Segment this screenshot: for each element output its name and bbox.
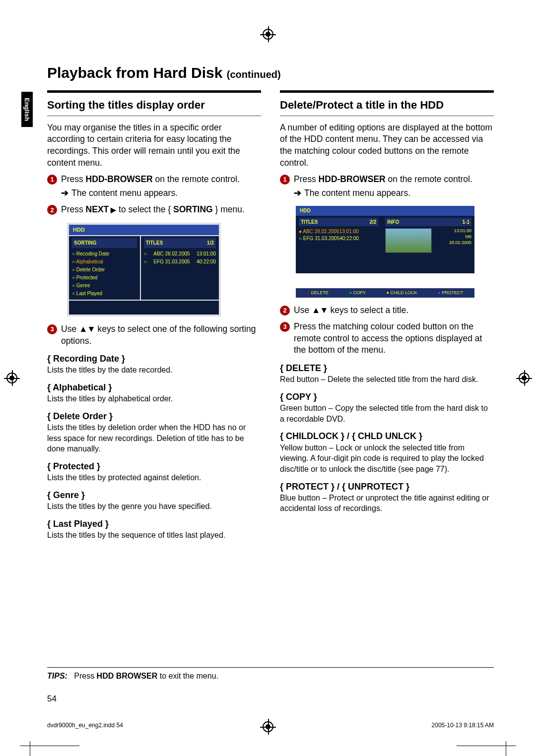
step-2: 2 Press NEXT to select the { SORTING } m… <box>47 204 261 216</box>
option-desc: Green button – Copy the selected title f… <box>280 403 494 424</box>
option-desc: Lists the titles by protected against de… <box>47 472 261 483</box>
step-1: 1 Press HDD-BROWSER on the remote contro… <box>47 174 261 186</box>
crop-mark-icon <box>517 371 531 385</box>
sort-option: Delete Order <box>72 266 137 274</box>
result-text: The content menu appears. <box>71 188 178 199</box>
tips-text: to exit the menu. <box>157 672 218 680</box>
option-title: Recording Date <box>53 354 119 364</box>
info-duration: 13:01:00 <box>434 228 471 234</box>
right-column: Delete/Protect a title in the HDD A numb… <box>280 90 494 541</box>
option-desc: Lists the titles by deletion order when … <box>47 422 261 454</box>
sort-option-selected: Alphabetical <box>72 258 137 266</box>
option-desc: Lists the titles by the sequence of titl… <box>47 530 261 541</box>
step-text: on the remote control. <box>386 174 472 184</box>
option-block: { Recording Date } Lists the titles by t… <box>47 353 261 376</box>
step-number-icon: 3 <box>47 324 57 334</box>
trim-line <box>20 746 79 746</box>
step-text: to select the { <box>116 204 173 214</box>
option-title: COPY <box>286 392 311 402</box>
info-channel: M6 <box>434 234 471 240</box>
menu-screenshot-delete: HDD TITLES2/2 ● ABC 28.02.200513:01:00 ○… <box>296 206 474 297</box>
option-block: { DELETE } Red button – Delete the selec… <box>280 362 494 385</box>
option-block: { CHILDLOCK } / { CHLD UNLCK } Yellow bu… <box>280 430 494 474</box>
pane-title: SORTING <box>74 239 97 247</box>
option-block: { Delete Order } Lists the titles by del… <box>47 410 261 454</box>
option-title: Genre <box>53 490 79 500</box>
title-time: 40:22:00 <box>197 258 216 266</box>
sort-option: Recoding Date <box>72 250 137 258</box>
page-content: English Playback from Hard Disk (continu… <box>47 64 494 682</box>
title-row: EFG 31.03.2005 <box>153 258 190 266</box>
option-title: Delete Order <box>53 411 107 421</box>
title-row: ABC 28.02.2005 <box>153 250 190 258</box>
section-heading: Sorting the titles display order <box>47 90 261 116</box>
option-title: PROTECT } / { UNPROTECT <box>286 482 403 492</box>
option-block: { Genre } Lists the titles by the genre … <box>47 489 261 512</box>
step-number-icon: 2 <box>280 306 290 315</box>
option-desc: Blue button – Protect or unprotect the t… <box>280 493 494 514</box>
section-heading: Delete/Protect a title in the HDD <box>280 90 494 116</box>
option-block: { Protected } Lists the titles by protec… <box>47 460 261 483</box>
left-column: Sorting the titles display order You may… <box>47 90 261 541</box>
pane-count: 1-1 <box>463 219 469 226</box>
option-block: { Alphabetical } Lists the titles by alp… <box>47 381 261 404</box>
step-text: Use <box>61 324 79 334</box>
option-title: DELETE <box>286 363 321 373</box>
pane-count: 2/2 <box>369 219 376 226</box>
title-time: 13:01:00 <box>339 229 359 234</box>
trim-line <box>457 746 516 746</box>
thumbnail-image <box>385 228 431 253</box>
option-desc: Red button – Delete the selected title f… <box>280 374 494 385</box>
option-desc: Lists the titles by the date recorded. <box>47 365 261 376</box>
step-3: 3 Use keys to select one of the followin… <box>47 323 261 347</box>
language-tab: English <box>21 92 33 127</box>
step-2: 2 Use keys to select a title. <box>280 305 494 316</box>
red-button-label: DELETE <box>307 290 329 296</box>
updown-icon <box>79 324 95 334</box>
result-line: The content menu appears. <box>47 188 261 199</box>
step-text: Press the matching colour coded button o… <box>294 321 494 356</box>
result-text: The content menu appears. <box>304 188 410 199</box>
menu-name: SORTING <box>173 204 213 214</box>
option-title: Alphabetical <box>53 382 106 392</box>
step-number-icon: 2 <box>47 205 57 215</box>
print-footer: dvdr9000h_eu_eng2.indd 54 2005-10-13 9:1… <box>47 722 494 729</box>
color-button-bar: DELETE COPY CHILD LOCK PROTECT <box>296 288 474 297</box>
option-block: { Last Played } Lists the titles by the … <box>47 518 261 541</box>
page-title: Playback from Hard Disk (continued) <box>47 64 494 81</box>
step-text: Press <box>294 174 319 184</box>
title-main: Playback from Hard Disk <box>47 64 222 81</box>
step-text: Press <box>61 174 86 184</box>
sort-option: Last Played <box>72 290 137 298</box>
title-time: 40:22:00 <box>339 236 359 241</box>
pane-count: 1/2 <box>207 239 214 247</box>
green-button-label: COPY <box>349 290 365 296</box>
option-desc: Yellow button – Lock or unlock the selec… <box>280 442 494 475</box>
option-block: { PROTECT } / { UNPROTECT } Blue button … <box>280 481 494 514</box>
crop-mark-icon <box>261 27 275 41</box>
step-text: } menu. <box>213 204 245 214</box>
yellow-button-label: CHILD LOCK <box>387 290 417 296</box>
step-text: keys to select a title. <box>328 305 408 315</box>
page-number: 54 <box>47 694 57 704</box>
tips-text: Press <box>74 672 96 680</box>
title-row: ABC 28.02.2005 <box>303 229 339 234</box>
title-time: 13:01:00 <box>197 250 216 258</box>
trim-line <box>30 741 30 756</box>
key-label: HDD-BROWSER <box>86 174 153 184</box>
intro-paragraph: You may organise the titles in a specifi… <box>47 122 261 169</box>
crop-mark-icon <box>5 371 19 385</box>
trim-line <box>506 741 506 756</box>
blue-button-label: PROTECT <box>438 290 463 296</box>
sort-option: Genre <box>72 282 137 290</box>
step-3: 3 Press the matching colour coded button… <box>280 321 494 356</box>
option-desc: Lists the titles by the genre you have s… <box>47 501 261 512</box>
menu-screenshot-sorting: HDD SORTING Recoding Date Alphabetical D… <box>67 223 221 316</box>
key-label: HDD-BROWSER <box>319 174 386 184</box>
key-label: HDD BROWSER <box>97 672 158 680</box>
arrow-icon <box>294 188 301 199</box>
step-number-icon: 3 <box>280 322 290 332</box>
key-label: NEXT <box>86 204 117 214</box>
info-date: 28.02.2005 <box>434 240 471 246</box>
intro-paragraph: A number of editing options are displaye… <box>280 122 494 169</box>
